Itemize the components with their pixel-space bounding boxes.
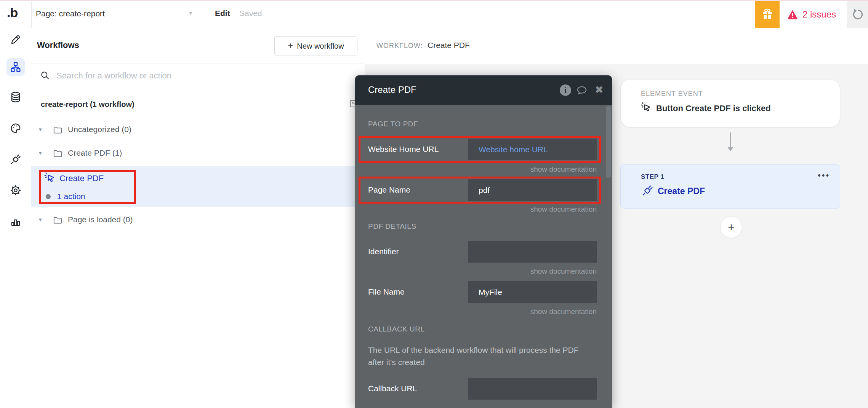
folder-row-create-pdf[interactable]: Create PDF (1): [68, 148, 122, 158]
field-label-callback-url: Callback URL: [368, 384, 417, 393]
workflow-name: Create PDF: [428, 41, 470, 50]
gift-button[interactable]: [755, 1, 780, 28]
edit-tab[interactable]: Edit: [215, 9, 230, 18]
new-workflow-label: New workflow: [297, 42, 344, 51]
bullet-icon: [46, 194, 51, 199]
database-icon[interactable]: [10, 91, 22, 103]
section-label: PAGE TO PDF: [368, 120, 418, 128]
folder-icon: [53, 125, 62, 135]
field-input-page-name[interactable]: pdf: [468, 179, 597, 201]
pencil-icon[interactable]: [10, 33, 22, 45]
cursor-click-icon: [640, 101, 652, 113]
field-input-website-home-url[interactable]: Website home URL: [468, 139, 597, 160]
plug-icon[interactable]: [10, 153, 22, 166]
flow-arrow-icon: [727, 147, 733, 151]
modal-scrollbar[interactable]: [606, 106, 611, 178]
folder-row-page-is-loaded[interactable]: Page is loaded (0): [68, 215, 133, 224]
step-card-kicker: STEP 1: [641, 173, 664, 181]
show-documentation-link[interactable]: show documentation: [530, 205, 597, 214]
toolbar-divider: [204, 1, 204, 28]
show-documentation-link[interactable]: show documentation: [530, 308, 597, 316]
folder-icon: [53, 215, 62, 225]
caret-down-icon[interactable]: ▾: [39, 126, 42, 133]
event-card-title: Button Create PDF is clicked: [656, 104, 771, 113]
new-workflow-button[interactable]: + New workflow: [274, 36, 357, 56]
plugin-action-icon: [641, 184, 654, 197]
bubble-logo[interactable]: .b: [7, 5, 24, 20]
field-input-identifier[interactable]: [468, 241, 597, 263]
field-input-file-name[interactable]: MyFile: [468, 281, 597, 303]
cursor-click-icon: [43, 171, 56, 184]
toolbar-divider: [31, 1, 32, 28]
modal-title: Create PDF: [368, 84, 416, 95]
field-label-identifier: Identifier: [368, 247, 399, 256]
saved-status: Saved: [239, 9, 262, 18]
refresh-icon: [851, 8, 865, 21]
plus-icon: +: [728, 221, 735, 234]
workflow-label: WORKFLOW:: [376, 42, 423, 50]
palette-icon[interactable]: [10, 122, 22, 134]
step-card-title: Create PDF: [658, 186, 705, 196]
info-icon[interactable]: i: [560, 84, 571, 96]
section-label: CALLBACK URL: [368, 325, 425, 333]
show-documentation-link[interactable]: show documentation: [530, 267, 597, 276]
step-menu-dots-icon[interactable]: •••: [818, 171, 830, 180]
warning-icon: [786, 8, 799, 21]
refresh-button[interactable]: [847, 1, 868, 28]
issues-count: 2 issues: [802, 9, 836, 20]
search-input[interactable]: [56, 68, 271, 84]
chart-icon[interactable]: [10, 215, 22, 227]
divider: [31, 64, 365, 64]
field-input-callback-url[interactable]: [468, 378, 597, 400]
event-card-kicker: ELEMENT EVENT: [641, 90, 703, 98]
page-selector[interactable]: Page: create-report: [36, 9, 105, 18]
tree-header: create-report (1 workflow): [41, 100, 135, 109]
caret-down-icon[interactable]: ▾: [39, 216, 42, 223]
panel-title: Workflows: [37, 40, 79, 50]
gift-icon: [761, 8, 774, 21]
section-label: PDF DETAILS: [368, 222, 416, 231]
chevron-down-icon[interactable]: ▾: [189, 9, 192, 17]
field-label-page-name: Page Name: [368, 185, 410, 194]
add-step-button[interactable]: +: [720, 216, 742, 238]
selected-workflow-action-count[interactable]: 1 action: [57, 192, 85, 201]
field-label-file-name: File Name: [368, 287, 405, 296]
selected-workflow-title[interactable]: Create PDF: [59, 174, 104, 183]
top-toolbar: [0, 1, 868, 28]
close-icon[interactable]: ✖: [595, 84, 604, 96]
folder-row-uncategorized[interactable]: Uncategorized (0): [68, 125, 131, 134]
show-documentation-link[interactable]: show documentation: [530, 165, 597, 174]
workflow-icon[interactable]: [10, 61, 22, 73]
plus-icon: +: [288, 40, 293, 51]
issues-indicator[interactable]: 2 issues: [786, 1, 836, 28]
folder-icon: [53, 148, 62, 158]
action-properties-modal: Create PDF i ✖ PAGE TO PDF Website Home …: [355, 75, 612, 408]
field-label-website-home-url: Website Home URL: [368, 145, 439, 154]
search-icon: [40, 70, 50, 81]
divider: [31, 90, 365, 90]
caret-down-icon[interactable]: ▾: [39, 150, 42, 156]
comment-icon[interactable]: [576, 84, 588, 97]
gear-icon[interactable]: [10, 184, 22, 196]
callback-description: The URL of the backend workflow that wil…: [368, 344, 597, 368]
flow-connector-line: [730, 132, 731, 147]
info-glyph: i: [564, 86, 567, 95]
